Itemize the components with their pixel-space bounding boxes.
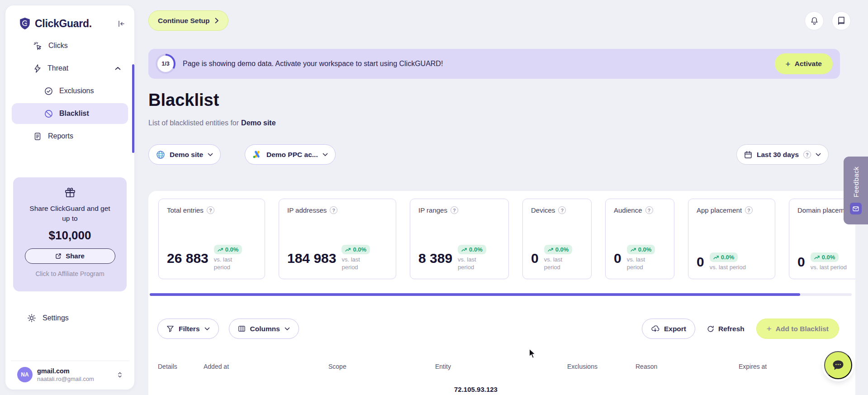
calendar-icon — [744, 151, 752, 159]
site-selector-value: Demo site — [170, 151, 203, 159]
sidebar-item-label: Exclusions — [59, 87, 94, 95]
sidebar-nav: Clicks Threat Exclusions — [5, 35, 134, 147]
chevron-down-icon — [816, 153, 821, 157]
help-icon[interactable]: ? — [745, 206, 753, 214]
external-link-icon — [55, 253, 62, 259]
continue-setup-button[interactable]: Continue Setup — [148, 10, 228, 31]
promo-text: Share ClickGuard and get up to — [29, 204, 111, 224]
help-icon[interactable]: ? — [451, 206, 458, 214]
filters-label: Filters — [179, 325, 200, 333]
stat-vs-label: vs. last period — [458, 256, 486, 271]
account-switcher[interactable]: NA gmail.com naatali.ro@gmail.com — [11, 361, 129, 383]
stat-value: 8 389 — [418, 251, 452, 266]
export-button[interactable]: Export — [642, 319, 695, 339]
chevron-up-down-icon — [117, 371, 123, 379]
sidebar-item-reports[interactable]: Reports — [12, 126, 128, 147]
stat-value: 0 — [697, 254, 704, 270]
chat-widget-button[interactable] — [824, 351, 852, 379]
help-center-button[interactable] — [832, 11, 851, 30]
notifications-button[interactable] — [805, 11, 824, 30]
page-title: Blacklist — [148, 90, 219, 110]
trend-up-icon — [713, 255, 719, 260]
chat-bubble-icon — [832, 359, 844, 371]
page-subtitle-text: List of blacklisted entities for — [148, 119, 239, 127]
stat-label: IP addresses — [287, 206, 327, 214]
activate-label: Activate — [795, 60, 822, 68]
page-subtitle-site: Demo site — [241, 119, 275, 127]
sidebar-collapse-icon[interactable] — [118, 20, 125, 27]
sidebar-item-threat[interactable]: Threat — [12, 58, 128, 79]
table-header-row: Details Added at Scope Entity Exclusions… — [158, 363, 851, 370]
stat-card-ip-ranges: IP ranges? 8 389 0.0% vs. last period — [410, 199, 509, 279]
trend-badge: 0.0% — [811, 252, 839, 262]
table-toolbar: Filters Columns Export — [157, 319, 839, 339]
column-header-reason[interactable]: Reason — [636, 363, 739, 370]
threat-icon — [33, 64, 41, 73]
filters-button[interactable]: Filters — [157, 319, 219, 339]
stat-label: Total entries — [167, 206, 204, 214]
setup-progress-step: 1/3 — [157, 56, 174, 72]
stat-card-audience: Audience? 0 0.0% vs. last period — [605, 199, 674, 279]
account-name: gmail.com — [37, 367, 94, 375]
column-header-details[interactable]: Details — [158, 363, 204, 370]
trend-badge: 0.0% — [710, 252, 738, 262]
trend-badge: 0.0% — [544, 245, 573, 254]
add-to-blacklist-button[interactable]: + Add to Blacklist — [756, 319, 839, 339]
affiliate-promo-card: Share ClickGuard and get up to $10,000 S… — [13, 177, 127, 291]
columns-label: Columns — [250, 325, 280, 333]
columns-icon — [238, 325, 246, 333]
help-icon[interactable]: ? — [207, 206, 214, 214]
trend-badge: 0.0% — [214, 245, 242, 254]
refresh-label: Refresh — [718, 325, 745, 333]
book-icon — [837, 16, 845, 25]
stat-value: 0 — [614, 251, 621, 266]
date-range-selector[interactable]: Last 30 days ? — [736, 144, 829, 165]
feedback-tab[interactable]: Feedback — [844, 157, 868, 224]
continue-setup-label: Continue Setup — [158, 17, 210, 25]
stats-cards-row: Total entries? 26 883 0.0% vs. last peri… — [158, 199, 855, 280]
stat-vs-label: vs. last period — [627, 256, 655, 271]
banner-message: Page is showing demo data. Activate your… — [183, 60, 443, 68]
sidebar-item-clicks[interactable]: Clicks — [12, 35, 128, 56]
activate-button[interactable]: + Activate — [775, 53, 833, 74]
scrollbar-thumb[interactable] — [150, 293, 800, 296]
app-title: ClickGuard. — [35, 18, 92, 30]
reports-icon — [33, 132, 42, 141]
horizontal-scrollbar[interactable] — [150, 293, 852, 296]
table-row[interactable]: 72.105.93.123 — [158, 385, 851, 393]
refresh-icon — [707, 325, 714, 333]
help-icon[interactable]: ? — [558, 206, 566, 214]
chevron-down-icon — [285, 327, 290, 331]
gear-icon — [27, 314, 36, 323]
sidebar-item-exclusions[interactable]: Exclusions — [12, 81, 128, 101]
blacklist-icon — [44, 109, 53, 118]
columns-button[interactable]: Columns — [229, 319, 299, 339]
column-header-added-at[interactable]: Added at — [204, 363, 328, 370]
sidebar-scrollbar[interactable] — [132, 64, 134, 153]
column-header-entity[interactable]: Entity — [435, 363, 567, 370]
trend-up-icon — [548, 247, 553, 252]
column-header-scope[interactable]: Scope — [328, 363, 435, 370]
funnel-icon — [166, 325, 174, 333]
plus-icon: + — [767, 324, 772, 333]
chevron-down-icon — [204, 327, 210, 331]
help-icon[interactable]: ? — [803, 151, 811, 158]
trend-badge: 0.0% — [458, 245, 486, 254]
chevron-down-icon — [208, 153, 213, 157]
ppc-account-selector[interactable]: Demo PPC ac... — [245, 144, 336, 165]
demo-data-banner: 1/3 Page is showing demo data. Activate … — [148, 49, 840, 79]
sidebar-item-settings[interactable]: Settings — [12, 308, 128, 328]
trend-up-icon — [631, 247, 636, 252]
share-button[interactable]: Share — [25, 248, 115, 264]
sidebar-item-label: Threat — [47, 64, 68, 72]
help-icon[interactable]: ? — [330, 206, 337, 214]
column-header-exclusions[interactable]: Exclusions — [567, 363, 636, 370]
sidebar-item-label: Blacklist — [59, 109, 89, 118]
globe-icon — [156, 150, 165, 159]
sidebar-item-blacklist[interactable]: Blacklist — [12, 103, 128, 124]
refresh-button[interactable]: Refresh — [707, 325, 745, 333]
help-icon[interactable]: ? — [645, 206, 653, 214]
stat-vs-label: vs. last period — [544, 256, 572, 271]
site-selector[interactable]: Demo site — [148, 144, 221, 165]
affiliate-link[interactable]: Click to Affiliate Program — [20, 270, 119, 277]
